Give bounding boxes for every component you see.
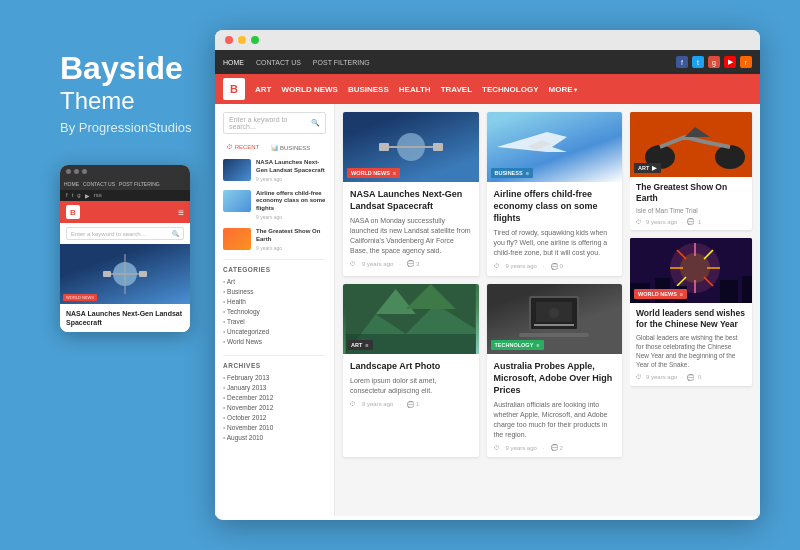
article-badge-nasa: WORLD NEWS ≡ — [347, 168, 400, 178]
article-title-airline[interactable]: Airline offers child-free economy class … — [494, 188, 616, 224]
nav-home[interactable]: HOME — [223, 59, 244, 66]
archive-feb-2013[interactable]: February 2013 — [223, 373, 326, 383]
article-title-landscape[interactable]: Landscape Art Photo — [350, 360, 472, 372]
meta-dot-airline: · — [543, 263, 545, 269]
article-badge-landscape: ART ≡ — [347, 340, 373, 350]
archive-jan-2013[interactable]: January 2013 — [223, 383, 326, 393]
mobile-yt-icon[interactable]: ▶ — [85, 192, 90, 199]
archives-heading: ARCHIVES — [223, 355, 326, 369]
svg-rect-16 — [534, 324, 574, 326]
nav-art[interactable]: ART — [255, 85, 271, 94]
mobile-hamburger[interactable]: ≡ — [178, 207, 184, 218]
list-icon-australia: ≡ — [536, 342, 539, 348]
nav-health[interactable]: HEALTH — [399, 85, 431, 94]
mobile-nav-home[interactable]: HOME — [64, 181, 79, 187]
main-navigation: ART WORLD NEWS BUSINESS HEALTH TRAVEL TE… — [255, 85, 577, 94]
mobile-tw-icon[interactable]: t — [72, 192, 74, 199]
archive-oct-2012[interactable]: October 2012 — [223, 413, 326, 423]
right-card-meta-show: ⏱ 9 years ago · 💬 1 — [636, 218, 746, 225]
site-body: Enter a keyword to search... 🔍 ⏱ RECENT … — [215, 104, 760, 516]
chrome-close[interactable] — [225, 36, 233, 44]
category-uncategorized[interactable]: Uncategorized — [223, 327, 326, 337]
category-technology[interactable]: Technology — [223, 307, 326, 317]
mobile-fb-icon[interactable]: f — [66, 192, 68, 199]
sidebar-tab-business[interactable]: 📊 BUSINESS — [267, 142, 314, 153]
article-badge-airline: BUSINESS ≡ — [491, 168, 533, 178]
mobile-search-bar[interactable]: Enter a keyword to search... 🔍 — [66, 227, 184, 240]
list-icon: ≡ — [393, 170, 396, 176]
youtube-icon[interactable]: ▶ — [724, 56, 736, 68]
comment-icon: 💬 — [407, 260, 414, 267]
article-card-australia: TECHNOLOGY ≡ Australia Probes Apple, Mic… — [487, 284, 623, 458]
right-card-title-show[interactable]: The Greatest Show On Earth — [636, 182, 746, 204]
meta-dot: · — [399, 261, 401, 267]
svg-point-22 — [715, 145, 745, 169]
nav-post-filtering[interactable]: POST FILTERING — [313, 59, 370, 66]
mobile-nav-contact[interactable]: CONTACT US — [83, 181, 115, 187]
archive-nov-2012[interactable]: November 2012 — [223, 403, 326, 413]
nav-business[interactable]: BUSINESS — [348, 85, 389, 94]
right-card-title-cny[interactable]: World leaders send wishes for the Chines… — [636, 308, 746, 330]
archive-aug-2010[interactable]: August 2010 — [223, 433, 326, 443]
sidebar-post-info-1: NASA Launches Next-Gen Landsat Spacecraf… — [256, 159, 326, 182]
sidebar-post-date-3: 9 years ago — [256, 245, 326, 251]
sidebar-post-3: The Greatest Show On Earth 9 years ago — [223, 228, 326, 251]
sidebar-search[interactable]: Enter a keyword to search... 🔍 — [223, 112, 326, 134]
comment-icon-show: 💬 — [687, 218, 694, 225]
svg-rect-17 — [519, 333, 589, 337]
sidebar-post-title-1[interactable]: NASA Launches Next-Gen Landsat Spacecraf… — [256, 159, 326, 175]
mobile-rss-icon[interactable]: rss — [94, 192, 102, 199]
category-travel[interactable]: Travel — [223, 317, 326, 327]
article-body-nasa: NASA Launches Next-Gen Landsat Spacecraf… — [343, 182, 479, 273]
svg-rect-19 — [536, 302, 572, 322]
article-thumb-landscape: ART ≡ — [343, 284, 479, 354]
meta-dot-australia: · — [543, 445, 545, 451]
mobile-gp-icon[interactable]: g — [77, 192, 80, 199]
mobile-top-bar — [60, 165, 190, 178]
category-art[interactable]: Art — [223, 277, 326, 287]
categories-list: Art Business Health Technology Travel Un… — [223, 277, 326, 347]
meta-dot-show: · — [681, 219, 683, 225]
comment-icon-cny: 💬 — [687, 374, 694, 381]
article-card-nasa: WORLD NEWS ≡ NASA Launches Next-Gen Land… — [343, 112, 479, 276]
article-card-airline: BUSINESS ≡ Airline offers child-free eco… — [487, 112, 623, 276]
nav-world-news[interactable]: WORLD NEWS — [281, 85, 337, 94]
right-card-sub-show: Isle of Man Time Trial — [636, 207, 746, 214]
chrome-maximize[interactable] — [251, 36, 259, 44]
archive-nov-2010[interactable]: November 2010 — [223, 423, 326, 433]
googleplus-icon[interactable]: g — [708, 56, 720, 68]
sidebar-post-info-2: Airline offers child-free economy class … — [256, 190, 326, 220]
right-card-thumb-moto: ART ▶ — [630, 112, 752, 177]
comment-icon-airline: 💬 — [551, 263, 558, 270]
sidebar-post-title-3[interactable]: The Greatest Show On Earth — [256, 228, 326, 244]
facebook-icon[interactable]: f — [676, 56, 688, 68]
category-business[interactable]: Business — [223, 287, 326, 297]
mobile-dot-2 — [74, 169, 79, 174]
article-title-nasa[interactable]: NASA Launches Next-Gen Landsat Spacecraf… — [350, 188, 472, 212]
right-badge-art: ART ▶ — [634, 163, 661, 173]
sidebar: Enter a keyword to search... 🔍 ⏱ RECENT … — [215, 104, 335, 516]
mobile-search-icon[interactable]: 🔍 — [172, 230, 179, 237]
svg-rect-38 — [742, 276, 752, 303]
archive-dec-2012[interactable]: December 2012 — [223, 393, 326, 403]
mobile-nav-post[interactable]: POST FILTERING — [119, 181, 160, 187]
chrome-minimize[interactable] — [238, 36, 246, 44]
mobile-social-bar: f t g ▶ rss — [60, 190, 190, 201]
nav-more[interactable]: MORE — [549, 85, 578, 94]
mobile-nav: HOME CONTACT US POST FILTERING — [60, 178, 190, 190]
sidebar-post-title-2[interactable]: Airline offers child-free economy class … — [256, 190, 326, 213]
sidebar-search-icon[interactable]: 🔍 — [311, 119, 320, 127]
comment-icon-australia: 💬 — [551, 444, 558, 451]
list-icon-landscape: ≡ — [365, 342, 368, 348]
nav-technology[interactable]: TECHNOLOGY — [482, 85, 538, 94]
clock-icon-show: ⏱ — [636, 219, 642, 225]
nav-travel[interactable]: TRAVEL — [441, 85, 472, 94]
rss-icon[interactable]: r — [740, 56, 752, 68]
category-health[interactable]: Health — [223, 297, 326, 307]
category-world-news[interactable]: World News — [223, 337, 326, 347]
twitter-icon[interactable]: t — [692, 56, 704, 68]
article-title-australia[interactable]: Australia Probes Apple, Microsoft, Adobe… — [494, 360, 616, 396]
sidebar-tab-recent[interactable]: ⏱ RECENT — [223, 142, 263, 153]
comments-airline: 💬 0 — [551, 263, 563, 270]
nav-contact[interactable]: CONTACT US — [256, 59, 301, 66]
